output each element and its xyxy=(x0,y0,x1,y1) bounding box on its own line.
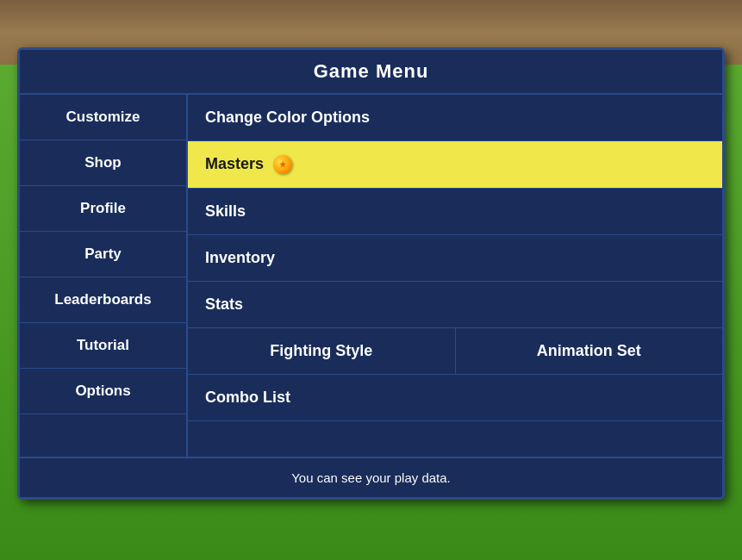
sidebar-item-options[interactable]: Options xyxy=(20,369,186,414)
combo-list-button[interactable]: Combo List xyxy=(188,375,722,420)
sidebar-item-party[interactable]: Party xyxy=(20,232,186,277)
row-masters: Masters xyxy=(188,141,722,189)
menu-title: Game Menu xyxy=(20,50,722,95)
left-nav: Customize Shop Profile Party Leaderboard… xyxy=(20,95,188,457)
row-combo-list: Combo List xyxy=(188,375,722,421)
sidebar-item-leaderboards[interactable]: Leaderboards xyxy=(20,277,186,323)
sidebar-item-shop[interactable]: Shop xyxy=(20,140,186,186)
right-content: Change Color Options Masters Skills Inve… xyxy=(188,95,722,457)
row-stats: Stats xyxy=(188,282,722,328)
animation-set-button[interactable]: Animation Set xyxy=(456,328,723,374)
menu-body: Customize Shop Profile Party Leaderboard… xyxy=(20,95,722,457)
stats-button[interactable]: Stats xyxy=(188,282,722,327)
masters-button[interactable]: Masters xyxy=(188,141,722,188)
menu-footer: You can see your play data. xyxy=(20,457,722,497)
sidebar-item-customize[interactable]: Customize xyxy=(20,95,186,140)
dragonball-icon xyxy=(273,155,292,174)
row-change-color: Change Color Options xyxy=(188,95,722,141)
row-fighting-style: Fighting Style Animation Set xyxy=(188,328,722,375)
fighting-style-button[interactable]: Fighting Style xyxy=(188,328,456,374)
game-menu: Game Menu Customize Shop Profile Party L… xyxy=(17,47,725,500)
sidebar-item-profile[interactable]: Profile xyxy=(20,186,186,232)
skills-button[interactable]: Skills xyxy=(188,189,722,234)
inventory-button[interactable]: Inventory xyxy=(188,235,722,281)
sidebar-item-tutorial[interactable]: Tutorial xyxy=(20,323,186,369)
row-skills: Skills xyxy=(188,189,722,235)
change-color-options-button[interactable]: Change Color Options xyxy=(188,95,722,140)
row-inventory: Inventory xyxy=(188,235,722,282)
